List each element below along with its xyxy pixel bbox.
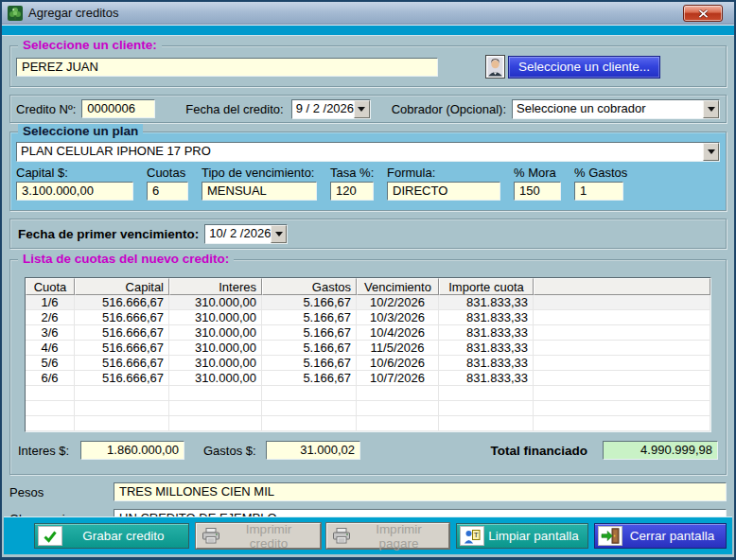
installment-cell: 310.000,00 bbox=[169, 295, 262, 310]
installment-cell: 516.666,67 bbox=[75, 310, 169, 325]
installment-cell: 310.000,00 bbox=[169, 371, 262, 386]
cuotas-value: 6 bbox=[147, 182, 188, 201]
tipo-vencimiento-label: Tipo de vencimiento: bbox=[202, 166, 317, 181]
installment-row[interactable]: 3/6516.666,67310.000,005.166,6710/4/2026… bbox=[26, 325, 710, 341]
installment-cell: 5/6 bbox=[26, 356, 75, 371]
empty-cell bbox=[357, 416, 439, 431]
dropdown-arrow-icon[interactable] bbox=[271, 225, 287, 243]
installment-cell: 11/5/2026 bbox=[357, 341, 439, 356]
plan-field-mora: % Mora 150 bbox=[514, 166, 561, 201]
credit-date-label: Fecha del credito: bbox=[185, 102, 283, 116]
installment-cell: 310.000,00 bbox=[169, 356, 262, 371]
empty-cell bbox=[439, 386, 534, 401]
interest-total-label: Interes $: bbox=[18, 444, 80, 458]
credit-date-combobox[interactable]: 9 / 2 /2026 bbox=[291, 99, 371, 119]
plan-field-tipo-vencimiento: Tipo de vencimiento: MENSUAL bbox=[202, 166, 317, 201]
installment-cell: 516.666,67 bbox=[75, 325, 169, 341]
plan-combobox[interactable]: PLAN CELULAR IPHONE 17 PRO bbox=[16, 142, 720, 162]
installment-cell: 831.833,33 bbox=[439, 325, 534, 341]
select-client-button[interactable]: Seleccione un cliente... bbox=[508, 56, 660, 79]
title-bar[interactable]: Agregar creditos bbox=[2, 2, 734, 25]
total-financed-label: Total financiado bbox=[490, 444, 587, 458]
collector-combobox[interactable]: Seleccione un cobrador bbox=[512, 99, 720, 119]
empty-cell bbox=[534, 401, 710, 416]
column-header[interactable]: Cuota bbox=[26, 278, 75, 295]
plan-field-cuotas: Cuotas 6 bbox=[147, 166, 188, 201]
installment-cell: 831.833,33 bbox=[439, 356, 534, 371]
plan-field-gastos: % Gastos 1 bbox=[574, 166, 623, 201]
installment-cell: 831.833,33 bbox=[439, 371, 534, 386]
installment-cell: 10/6/2026 bbox=[357, 356, 439, 371]
dropdown-arrow-icon[interactable] bbox=[703, 100, 719, 118]
installment-cell: 310.000,00 bbox=[169, 341, 262, 356]
installment-row[interactable]: 6/6516.666,67310.000,005.166,6710/7/2026… bbox=[26, 371, 710, 386]
installment-row[interactable]: 5/6516.666,67310.000,005.166,6710/6/2026… bbox=[26, 356, 710, 371]
close-screen-button[interactable]: Cerrar pantalla bbox=[594, 523, 727, 549]
empty-cell bbox=[75, 401, 169, 416]
empty-cell bbox=[357, 401, 439, 416]
empty-cell bbox=[26, 386, 75, 401]
installment-cell: 516.666,67 bbox=[75, 356, 169, 371]
client-photo-icon bbox=[485, 55, 505, 79]
column-header[interactable]: Importe cuota bbox=[439, 278, 534, 295]
dropdown-arrow-icon[interactable] bbox=[354, 100, 370, 118]
installment-cell: 831.833,33 bbox=[439, 341, 534, 356]
installment-cell: 10/7/2026 bbox=[357, 371, 439, 386]
printer-icon bbox=[330, 527, 353, 546]
credit-number-label: Credito Nº: bbox=[16, 102, 76, 116]
totals-row: Interes $: 1.860.000,00 Gastos $: 31.000… bbox=[18, 441, 718, 460]
client-section: Seleccione un cliente: PEREZ JUAN Selecc… bbox=[9, 45, 727, 87]
empty-grid-row bbox=[26, 401, 710, 416]
column-header[interactable]: Capital bbox=[75, 278, 169, 295]
clear-screen-icon: T bbox=[460, 526, 484, 546]
clear-screen-button[interactable]: T Limpiar pantalla bbox=[456, 523, 588, 549]
capital-value: 3.100.000,00 bbox=[16, 182, 133, 201]
empty-cell bbox=[262, 386, 357, 401]
close-button[interactable] bbox=[683, 5, 723, 22]
installment-cell: 831.833,33 bbox=[439, 310, 534, 325]
empty-grid-row bbox=[26, 386, 710, 401]
dropdown-arrow-icon[interactable] bbox=[703, 143, 719, 161]
empty-cell bbox=[534, 416, 710, 431]
amount-in-words-row: Pesos TRES MILLONES CIEN MIL bbox=[9, 482, 727, 501]
window-agregar-creditos: Agregar creditos Seleccione un cliente: … bbox=[0, 0, 736, 560]
installment-cell: 4/6 bbox=[26, 341, 75, 356]
installments-grid: CuotaCapitalInteresGastosVencimientoImpo… bbox=[25, 277, 711, 432]
installment-cell: 5.166,67 bbox=[262, 341, 357, 356]
installment-cell: 6/6 bbox=[26, 371, 75, 386]
column-header-empty bbox=[534, 278, 710, 295]
first-due-combobox[interactable]: 10/ 2 /2026 bbox=[204, 224, 288, 244]
column-header[interactable]: Gastos bbox=[262, 278, 357, 295]
grid-header-row: CuotaCapitalInteresGastosVencimientoImpo… bbox=[26, 278, 710, 295]
installment-cell: 10/4/2026 bbox=[357, 325, 439, 341]
print-credit-button: Imprimir credito bbox=[196, 523, 321, 549]
close-icon bbox=[698, 9, 709, 18]
installment-row[interactable]: 4/6516.666,67310.000,005.166,6711/5/2026… bbox=[26, 341, 710, 356]
app-icon bbox=[8, 6, 23, 21]
empty-cell bbox=[439, 416, 534, 431]
tipo-vencimiento-value: MENSUAL bbox=[202, 182, 317, 201]
installment-cell: 10/3/2026 bbox=[357, 310, 439, 325]
exit-door-icon bbox=[598, 526, 622, 546]
empty-cell bbox=[262, 416, 357, 431]
plan-section-legend: Seleccione un plan bbox=[18, 124, 143, 139]
column-header[interactable]: Vencimiento bbox=[357, 278, 439, 295]
installment-cell-empty bbox=[534, 356, 710, 371]
column-header[interactable]: Interes bbox=[169, 278, 262, 295]
installment-cell: 5.166,67 bbox=[262, 356, 357, 371]
installment-row[interactable]: 1/6516.666,67310.000,005.166,6710/2/2026… bbox=[26, 295, 710, 310]
credit-number-field[interactable]: 0000006 bbox=[81, 99, 155, 118]
empty-grid-row bbox=[26, 416, 710, 431]
installment-row[interactable]: 2/6516.666,67310.000,005.166,6710/3/2026… bbox=[26, 310, 710, 325]
print-promissory-button: Imprimir pagare bbox=[326, 523, 449, 549]
installment-cell: 516.666,67 bbox=[75, 371, 169, 386]
installment-cell: 5.166,67 bbox=[262, 310, 357, 325]
svg-text:T: T bbox=[473, 531, 478, 539]
plan-field-formula: Formula: DIRECTO bbox=[387, 166, 500, 201]
save-credit-button[interactable]: Grabar credito bbox=[34, 523, 189, 549]
interest-total-field: 1.860.000,00 bbox=[80, 441, 184, 460]
installments-section: Lista de cuotas del nuevo credito: Cuota… bbox=[9, 259, 727, 475]
client-name-field[interactable]: PEREZ JUAN bbox=[16, 58, 438, 77]
empty-cell bbox=[262, 401, 357, 416]
empty-cell bbox=[439, 401, 534, 416]
